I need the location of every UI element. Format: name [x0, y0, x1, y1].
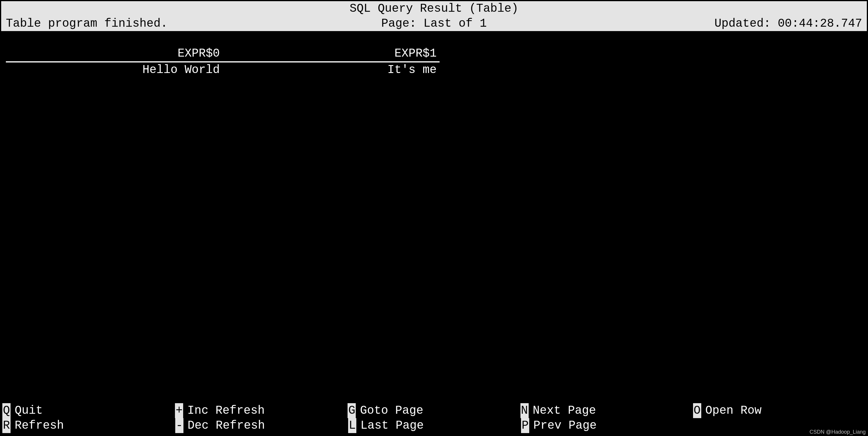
shortcut-label: Open Row: [701, 403, 762, 418]
key-badge: N: [521, 403, 529, 418]
shortcut-open-row[interactable]: O Open Row: [693, 403, 866, 418]
table-cell: Hello World: [6, 62, 223, 78]
key-badge: P: [521, 418, 529, 433]
table-header-row: EXPR$0 EXPR$1: [6, 46, 862, 62]
shortcut-label: Prev Page: [529, 418, 597, 433]
shortcut-refresh[interactable]: R Refresh: [2, 418, 175, 433]
watermark: CSDN @Hadoop_Liang: [810, 429, 866, 435]
shortcut-row-1: Q Quit + Inc Refresh G Goto Page N Next …: [2, 403, 866, 418]
key-badge: +: [175, 403, 183, 418]
result-content: EXPR$0 EXPR$1 Hello World It's me: [1, 31, 867, 77]
key-badge: Q: [2, 403, 10, 418]
key-badge: R: [2, 418, 10, 433]
terminal-window: SQL Query Result (Table) Table program f…: [0, 0, 868, 436]
shortcut-dec-refresh[interactable]: - Dec Refresh: [175, 418, 348, 433]
key-badge: O: [693, 403, 701, 418]
key-badge: L: [348, 418, 356, 433]
shortcut-last-page[interactable]: L Last Page: [348, 418, 521, 433]
shortcut-label: Goto Page: [356, 403, 423, 418]
shortcut-label: Quit: [10, 403, 43, 418]
table-row[interactable]: Hello World It's me: [6, 62, 862, 78]
window-title: SQL Query Result (Table): [1, 1, 867, 16]
shortcut-next-page[interactable]: N Next Page: [521, 403, 693, 418]
shortcut-bar: Q Quit + Inc Refresh G Goto Page N Next …: [1, 403, 867, 435]
spacer: [6, 31, 862, 46]
shortcut-quit[interactable]: Q Quit: [2, 403, 175, 418]
shortcut-label: Inc Refresh: [183, 403, 265, 418]
key-badge: G: [347, 403, 356, 418]
shortcut-label: Next Page: [529, 403, 596, 418]
column-header: EXPR$1: [223, 46, 440, 62]
header-bar: SQL Query Result (Table) Table program f…: [1, 1, 867, 31]
shortcut-row-2: R Refresh - Dec Refresh L Last Page P Pr…: [2, 418, 866, 433]
status-updated: Updated: 00:44:28.747: [714, 16, 862, 31]
shortcut-goto-page[interactable]: G Goto Page: [347, 403, 520, 418]
shortcut-prev-page[interactable]: P Prev Page: [521, 418, 694, 433]
table-cell: It's me: [223, 62, 440, 78]
key-badge: -: [175, 418, 183, 433]
status-left: Table program finished.: [6, 16, 167, 31]
shortcut-label: Last Page: [356, 418, 424, 433]
status-line: Table program finished. Page: Last of 1 …: [1, 16, 867, 31]
shortcut-inc-refresh[interactable]: + Inc Refresh: [175, 403, 347, 418]
shortcut-label: Dec Refresh: [183, 418, 265, 433]
column-header: EXPR$0: [6, 46, 223, 62]
shortcut-label: Refresh: [10, 418, 64, 433]
